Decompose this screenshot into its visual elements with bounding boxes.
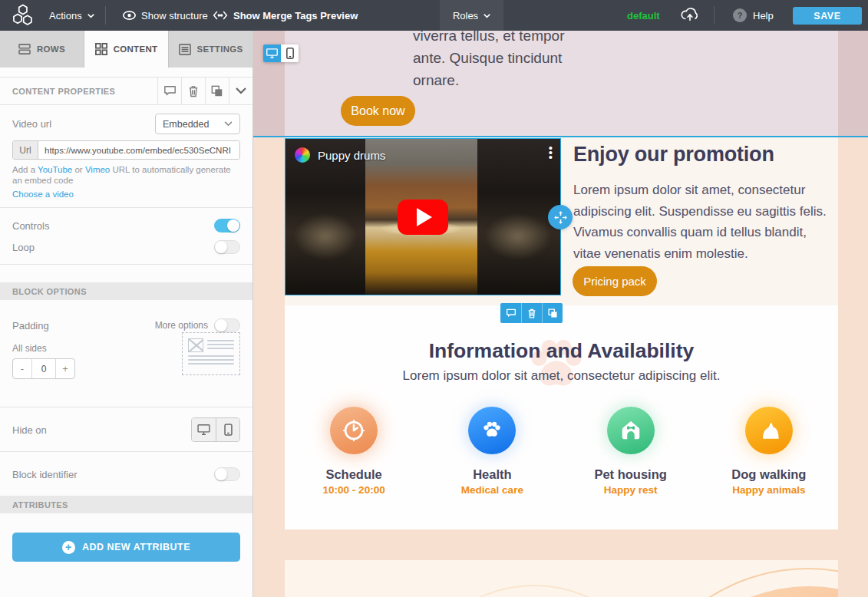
actions-label: Actions [49,10,82,21]
padding-decrement-button[interactable]: - [13,359,31,378]
channel-avatar[interactable] [295,147,310,163]
actions-menu[interactable]: Actions [49,0,94,31]
promotion-heading[interactable]: Enjoy our promotion [573,143,774,167]
cloud-upload-icon[interactable] [680,6,700,23]
controls-label: Controls [12,220,49,232]
video-title-row: Puppy drums [295,147,385,163]
desktop-icon [266,48,278,58]
video-title[interactable]: Puppy drums [318,149,385,162]
chevron-down-icon [484,12,490,19]
video-block[interactable]: Puppy drums ••• [285,138,561,295]
hide-on-label: Hide on [12,424,47,436]
trash-icon [527,308,536,318]
info-subheading[interactable]: Lorem ipsum dolor sit amet, consectetur … [285,368,838,384]
vimeo-link[interactable]: Vimeo [85,165,110,174]
email-builder-app: Actions Show structure Show Merge Tags P… [0,0,868,597]
copy-icon [211,85,223,97]
tab-settings[interactable]: SETTINGS [169,31,252,68]
eye-icon [123,11,136,20]
block-delete-button[interactable] [521,303,542,323]
tab-content-label: CONTENT [114,45,158,54]
email-preview-canvas: viverra tellus, et tempor ante. Quisque … [253,31,868,597]
show-structure-button[interactable]: Show structure [123,0,208,31]
attributes-header: ATTRIBUTES [0,496,252,513]
help-label: Help [753,10,774,21]
desktop-preview-button[interactable] [263,45,281,62]
feature-health[interactable]: Health Medical care [423,407,561,496]
mobile-icon [286,48,294,59]
desktop-icon [197,424,210,435]
topbar-divider [105,6,106,25]
show-structure-label: Show structure [141,10,208,21]
collapse-panel-button[interactable] [229,77,252,105]
block-identifier-toggle[interactable] [214,467,240,481]
roles-menu[interactable]: Roles [440,0,503,31]
mobile-preview-button[interactable] [281,45,299,62]
dog-icon [745,407,793,454]
question-icon: ? [733,8,747,22]
video-url-input[interactable] [38,141,239,159]
pricing-pack-button[interactable]: Pricing pack [573,266,657,296]
comment-icon [163,85,177,97]
block-comment-button[interactable] [500,303,521,323]
block-options-header: BLOCK OPTIONS [0,282,252,300]
loop-toggle[interactable] [214,240,240,254]
url-help-text: Add a YouTube or Vimeo URL to automatica… [12,164,240,186]
save-button[interactable]: SAVE [793,7,862,25]
padding-value[interactable]: 0 [31,359,56,378]
padding-increment-button[interactable]: + [56,359,74,378]
image-placeholder-icon [188,338,203,352]
trash-icon [188,85,199,97]
tab-content[interactable]: CONTENT [84,31,169,68]
paw-icon [468,407,516,454]
chevron-down-icon [87,12,94,19]
info-heading[interactable]: Information and Availability [285,339,838,363]
roles-label: Roles [453,10,478,21]
plus-icon: + [62,541,75,554]
settings-doc-icon [179,44,191,55]
more-options-toggle[interactable] [214,318,240,332]
feature-detail: Happy animals [700,484,838,496]
merge-tags-icon [213,11,228,20]
hide-on-mobile-button[interactable] [216,418,239,441]
show-merge-tags-button[interactable]: Show Merge Tags Preview [213,0,358,31]
youtube-play-button[interactable] [398,200,448,235]
drag-move-handle[interactable] [548,205,573,229]
feature-dog-walking[interactable]: Dog walking Happy animals [700,407,838,496]
delete-block-button[interactable] [181,77,205,105]
donation-heading: Donation for our [309,594,470,597]
feature-schedule[interactable]: Schedule 10:00 - 20:00 [285,407,423,496]
video-url-label: Video url [12,118,51,130]
help-button[interactable]: ? Help [733,0,774,31]
tab-settings-label: SETTINGS [197,45,243,54]
feature-detail: Happy rest [562,484,700,496]
promotion-body[interactable]: Lorem ipsum dolor sit amet, consectetur … [573,180,831,264]
preview-device-toggle [263,45,299,62]
more-options-label: More options [155,320,208,331]
video-menu-icon[interactable]: ••• [549,146,553,160]
move-arrows-icon [553,210,568,225]
hide-on-desktop-button[interactable] [192,418,216,441]
feature-pet-housing[interactable]: Pet housing Happy rest [562,407,700,496]
donation-row[interactable]: Donation for our REFUGE [285,560,838,597]
chevron-down-icon [236,87,246,94]
padding-stepper: - 0 + [12,358,75,379]
tab-rows-label: ROWS [37,45,65,54]
feature-detail: 10:00 - 20:00 [285,484,423,496]
book-now-button[interactable]: Book now [341,96,415,126]
content-grid-icon [95,43,107,55]
add-new-attribute-button[interactable]: + ADD NEW ATTRIBUTE [12,533,240,562]
feature-name: Pet housing [562,467,700,482]
youtube-link[interactable]: YouTube [38,165,72,174]
row-selection-line [253,136,868,137]
intro-paragraph: viverra tellus, et tempor ante. Quisque … [413,31,564,91]
block-duplicate-button[interactable] [542,303,563,323]
embed-type-select[interactable]: Embedded [155,114,240,134]
intro-row[interactable]: viverra tellus, et tempor ante. Quisque … [285,31,838,136]
choose-video-link[interactable]: Choose a video [12,190,74,199]
duplicate-block-button[interactable] [205,77,229,105]
controls-toggle[interactable] [214,219,240,233]
comment-button[interactable] [157,77,181,105]
tab-rows[interactable]: ROWS [0,31,84,68]
add-new-attribute-label: ADD NEW ATTRIBUTE [82,542,190,552]
